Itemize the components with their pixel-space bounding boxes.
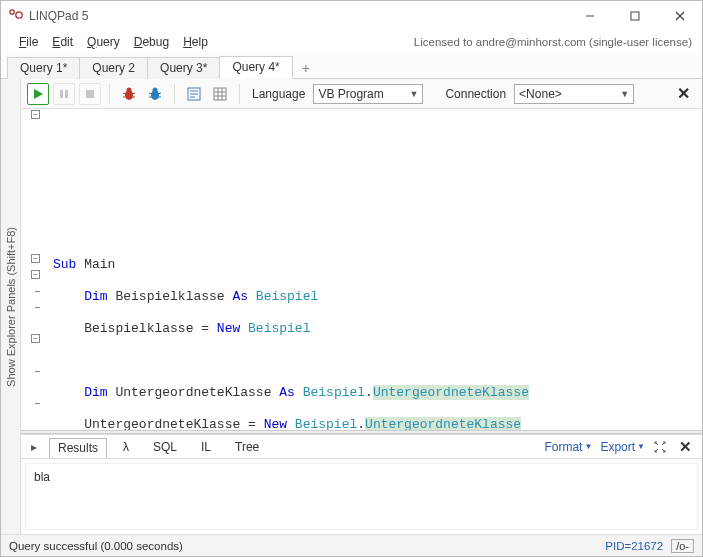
fold-tick-icon xyxy=(35,371,40,372)
chevron-down-icon: ▼ xyxy=(584,442,592,451)
content-column: Language VB Program ▼ Connection <None> … xyxy=(21,79,702,534)
results-tab-lambda[interactable]: λ xyxy=(115,438,137,456)
menu-query[interactable]: Query xyxy=(81,33,126,51)
data-grid-icon[interactable] xyxy=(209,83,231,105)
stop-button xyxy=(79,83,101,105)
tab-query-1[interactable]: Query 1* xyxy=(7,57,80,79)
main-area: Show Explorer Panels (Shift+F8) xyxy=(1,79,702,534)
language-label: Language xyxy=(248,87,309,101)
svg-rect-3 xyxy=(631,12,639,20)
license-text: Licensed to andre@minhorst.com (single-u… xyxy=(214,36,692,48)
window-title: LINQPad 5 xyxy=(29,9,88,23)
results-tab-sql[interactable]: SQL xyxy=(145,438,185,456)
tab-add-button[interactable]: + xyxy=(292,57,320,79)
app-logo-icon xyxy=(9,9,23,23)
tab-query-3[interactable]: Query 3* xyxy=(147,57,220,79)
run-button[interactable] xyxy=(27,83,49,105)
results-output[interactable]: bla xyxy=(25,463,698,530)
fold-icon[interactable]: − xyxy=(31,334,40,343)
bug-red-icon[interactable] xyxy=(118,83,140,105)
status-message: Query successful (0.000 seconds) xyxy=(9,540,183,552)
menu-debug[interactable]: Debug xyxy=(128,33,175,51)
fold-icon[interactable]: − xyxy=(31,270,40,279)
menubar: File Edit Query Debug Help xyxy=(13,33,214,51)
titlebar: LINQPad 5 xyxy=(1,1,702,31)
fold-tick-icon xyxy=(35,403,40,404)
connection-label: Connection xyxy=(441,87,510,101)
svg-rect-8 xyxy=(65,90,68,98)
chevron-down-icon: ▼ xyxy=(620,89,629,99)
close-button[interactable] xyxy=(657,2,702,30)
format-dropdown[interactable]: Format ▼ xyxy=(544,440,592,454)
fold-tick-icon xyxy=(35,291,40,292)
fold-icon[interactable]: − xyxy=(31,110,40,119)
show-explorer-panels[interactable]: Show Explorer Panels (Shift+F8) xyxy=(1,79,21,534)
sidepanel-label: Show Explorer Panels (Shift+F8) xyxy=(5,227,17,387)
svg-point-0 xyxy=(10,10,14,14)
results-toolbar: ▸ Results λ SQL IL Tree Format ▼ Export … xyxy=(21,435,702,459)
svg-rect-7 xyxy=(60,90,63,98)
toolbar: Language VB Program ▼ Connection <None> … xyxy=(21,79,702,109)
results-tab-tree[interactable]: Tree xyxy=(227,438,267,456)
status-pid[interactable]: PID=21672 xyxy=(605,540,663,552)
app-window: LINQPad 5 File Edit Query Debug Help Lic… xyxy=(0,0,703,557)
export-dropdown[interactable]: Export ▼ xyxy=(600,440,645,454)
results-pane: ▸ Results λ SQL IL Tree Format ▼ Export … xyxy=(21,434,702,534)
rich-text-icon[interactable] xyxy=(183,83,205,105)
tabbar: Query 1* Query 2 Query 3* Query 4* + xyxy=(1,55,702,79)
menu-help[interactable]: Help xyxy=(177,33,214,51)
pin-icon[interactable]: ▸ xyxy=(27,440,41,454)
svg-marker-6 xyxy=(34,89,43,99)
language-value: VB Program xyxy=(318,87,383,101)
svg-point-17 xyxy=(153,87,158,92)
svg-rect-9 xyxy=(86,90,94,98)
tab-query-4[interactable]: Query 4* xyxy=(219,56,292,79)
menu-edit[interactable]: Edit xyxy=(46,33,79,51)
fold-icon[interactable]: − xyxy=(31,254,40,263)
close-results-button[interactable]: ✕ xyxy=(675,438,696,456)
expand-icon[interactable] xyxy=(653,440,667,454)
connection-value: <None> xyxy=(519,87,562,101)
tab-query-2[interactable]: Query 2 xyxy=(79,57,148,79)
code-editor[interactable]: − − − − Sub Main Dim Beispielklasse As B… xyxy=(21,109,702,430)
chevron-down-icon: ▼ xyxy=(637,442,645,451)
minimize-button[interactable] xyxy=(567,2,612,30)
menu-license-row: File Edit Query Debug Help Licensed to a… xyxy=(1,31,702,55)
results-tab-il[interactable]: IL xyxy=(193,438,219,456)
fold-tick-icon xyxy=(35,307,40,308)
svg-point-1 xyxy=(16,12,22,18)
results-tab-results[interactable]: Results xyxy=(49,438,107,458)
language-combo[interactable]: VB Program ▼ xyxy=(313,84,423,104)
optimize-toggle[interactable]: /o- xyxy=(671,539,694,553)
pause-button xyxy=(53,83,75,105)
menu-file[interactable]: File xyxy=(13,33,44,51)
chevron-down-icon: ▼ xyxy=(409,89,418,99)
close-query-button[interactable]: ✕ xyxy=(671,84,696,103)
statusbar: Query successful (0.000 seconds) PID=216… xyxy=(1,534,702,556)
maximize-button[interactable] xyxy=(612,2,657,30)
svg-point-11 xyxy=(127,87,132,92)
connection-combo[interactable]: <None> ▼ xyxy=(514,84,634,104)
svg-rect-26 xyxy=(214,88,226,100)
bug-blue-icon[interactable] xyxy=(144,83,166,105)
